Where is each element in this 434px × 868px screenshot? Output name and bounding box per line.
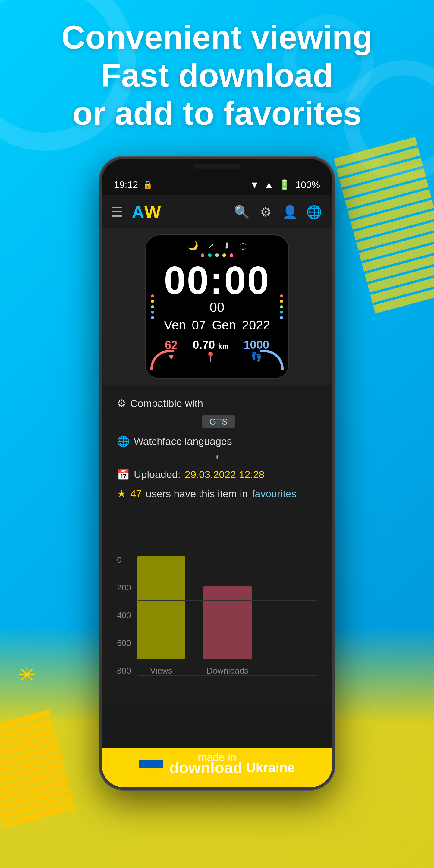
watchface-image: 🌙 ↗ ⬇ ◌ 00:00 00 Ven 07 Gen [145, 235, 289, 379]
account-icon[interactable]: 👤 [281, 205, 299, 219]
compatible-icon: ⚙ [117, 397, 126, 409]
download-button-container[interactable]: made in download Ukraine [102, 748, 332, 787]
status-time: 19:12 [114, 179, 138, 190]
wf-date-year: 2022 [242, 318, 270, 333]
wf-icon-arrow: ↗ [207, 241, 214, 251]
uploaded-row: 📅 Uploaded: 29.03.2022 12:28 [117, 468, 317, 480]
watchface-stats: 62 ♥ 0.70 km 📍 1000 👣 [165, 338, 269, 362]
chart-bar-views: Views [137, 556, 185, 676]
signal-icon: ▲ [264, 179, 274, 190]
phone-mockup: 19:12 🔒 ▼ ▲ 🔋 100% ☰ AW 🔍 ⚙ 👤 🌐 🌙 ↗ ⬇ ◌ [99, 157, 335, 789]
language-value-row: it [117, 455, 317, 460]
wf-right-dots [280, 294, 283, 319]
wf-dots [201, 253, 233, 257]
y-label-1: 600 [117, 638, 131, 648]
star-icon: ★ [117, 488, 126, 500]
header-title: Convenient viewing Fast download or add … [24, 18, 410, 133]
wf-left-dots [151, 294, 154, 319]
downloads-label: Downloads [207, 666, 248, 676]
y-label-0: 800 [117, 666, 131, 676]
app-bar: ☰ AW 🔍 ⚙ 👤 🌐 [102, 195, 332, 228]
compatible-label: Compatible with [130, 398, 203, 409]
ukraine-flag [139, 760, 163, 775]
y-label-3: 200 [117, 583, 131, 592]
compatible-row: ⚙ Compatible with [117, 397, 317, 409]
chart-section: 800 600 400 200 0 Views [102, 519, 332, 706]
views-bar [137, 556, 185, 659]
favourites-row: ★ 47 users have this item in favourites [117, 488, 317, 500]
watchface-time: 00:00 [164, 258, 270, 303]
battery-percent: 100% [296, 179, 320, 190]
status-left: 19:12 🔒 [114, 179, 153, 190]
sun-decoration: ✳ [18, 663, 42, 687]
header-section: Convenient viewing Fast download or add … [0, 18, 434, 133]
header-line3: or add to favorites [72, 95, 362, 132]
status-bar: 19:12 🔒 ▼ ▲ 🔋 100% [102, 174, 332, 195]
languages-row: 🌐 Watchface languages [117, 435, 317, 447]
hamburger-icon[interactable]: ☰ [111, 204, 123, 220]
compatible-badge: GTS [202, 415, 235, 428]
downloads-bar [204, 586, 252, 659]
wf-dist-unit: km [218, 342, 229, 350]
wf-date-month: Gen [212, 318, 236, 333]
compatible-badge-row: GTS [117, 416, 317, 427]
y-label-4: 0 [117, 555, 131, 565]
chart-bars: Views Downloads [137, 525, 317, 694]
logo-letter-a: A [132, 202, 144, 222]
watchface-seconds: 00 [210, 300, 224, 315]
chart-bar-downloads: Downloads [204, 586, 252, 676]
search-icon[interactable]: 🔍 [233, 205, 251, 219]
chart-area: 800 600 400 200 0 Views [117, 525, 317, 694]
calendar-icon: 📅 [117, 468, 130, 480]
wf-date-num: 07 [192, 318, 206, 333]
fav-link[interactable]: favourites [252, 488, 296, 500]
header-line2: Fast download [101, 57, 333, 94]
flag-yellow [139, 768, 163, 775]
flag-blue [139, 760, 163, 768]
notch-area [102, 159, 332, 174]
header-line1: Convenient viewing [61, 19, 373, 56]
battery-icon: 🔋 [278, 179, 290, 190]
fav-count: 47 [130, 488, 142, 500]
wifi-icon: ▼ [250, 179, 259, 190]
app-logo: AW [132, 202, 161, 222]
globe-small-icon: 🌐 [117, 435, 130, 447]
status-right: ▼ ▲ 🔋 100% [250, 179, 320, 190]
globe-icon[interactable]: 🌐 [305, 205, 323, 219]
language-value: it [216, 455, 218, 460]
uploaded-value: 29.03.2022 12:28 [185, 469, 265, 480]
ukraine-label: Ukraine [246, 760, 295, 775]
wf-dist-value: 0.70 [193, 338, 215, 351]
y-label-2: 400 [117, 611, 131, 620]
settings-icon[interactable]: ⚙ [257, 205, 275, 219]
watchface-date: Ven 07 Gen 2022 [164, 318, 270, 333]
fav-label: users have this item in [146, 488, 248, 500]
uploaded-label: Uploaded: [134, 469, 181, 480]
wf-icon-down: ⬇ [223, 241, 230, 251]
views-label: Views [150, 666, 173, 676]
logo-letter-w: W [144, 202, 161, 222]
status-icon: 🔒 [143, 180, 153, 190]
wf-location-icon: 📍 [193, 351, 228, 362]
chart-y-labels: 800 600 400 200 0 [117, 555, 131, 694]
wf-stat-distance: 0.70 km 📍 [193, 338, 228, 362]
watchface-container: 🌙 ↗ ⬇ ◌ 00:00 00 Ven 07 Gen [102, 228, 332, 385]
made-in-label: made in [198, 751, 236, 764]
wf-date-day: Ven [164, 318, 186, 333]
wf-arc-right [258, 345, 285, 372]
download-button[interactable]: made in download Ukraine [102, 748, 332, 787]
wf-icon-moon: 🌙 [188, 241, 198, 251]
languages-label: Watchface languages [134, 435, 232, 447]
notch [193, 164, 241, 169]
wf-icon-circle: ◌ [239, 241, 247, 251]
watchface-top-icons: 🌙 ↗ ⬇ ◌ [188, 241, 247, 251]
wf-arc-left [149, 345, 176, 372]
details-section: ⚙ Compatible with GTS 🌐 Watchface langua… [102, 385, 332, 519]
